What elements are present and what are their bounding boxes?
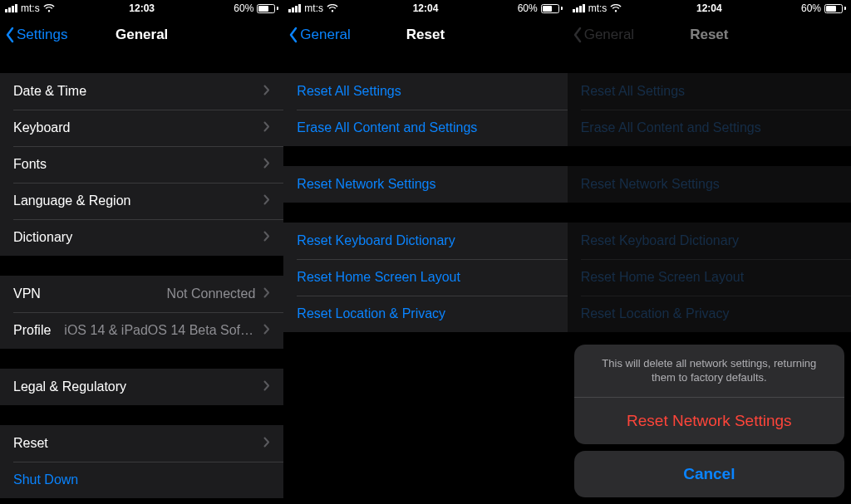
battery-percent: 60% — [518, 2, 538, 14]
row-reset-all-settings[interactable]: Reset All Settings — [283, 73, 567, 110]
screen-general: mt:s 12:03 60% Settings General Date & T… — [0, 0, 283, 504]
chevron-right-icon — [263, 436, 270, 451]
row-reset-home-screen[interactable]: Reset Home Screen Layout — [283, 259, 567, 296]
signal-icon — [288, 4, 301, 12]
row-reset-all-settings: Reset All Settings — [568, 73, 851, 110]
chevron-right-icon — [263, 323, 270, 338]
chevron-right-icon — [263, 286, 270, 301]
carrier-label: mt:s — [588, 2, 608, 14]
screen-reset-actionsheet: mt:s 12:04 60% General Reset Reset All S… — [568, 0, 851, 504]
page-title: General — [0, 27, 283, 43]
battery-icon — [541, 4, 563, 13]
signal-icon — [573, 4, 585, 12]
status-bar: mt:s 12:04 60% — [283, 0, 567, 17]
sheet-message: This will delete all network settings, r… — [574, 345, 844, 398]
battery-icon — [824, 4, 846, 13]
battery-percent: 60% — [234, 2, 253, 14]
row-reset-home-screen: Reset Home Screen Layout — [568, 259, 851, 296]
row-keyboard[interactable]: Keyboard — [0, 110, 283, 146]
row-dictionary[interactable]: Dictionary — [0, 219, 283, 256]
row-vpn[interactable]: VPNNot Connected — [0, 276, 283, 312]
chevron-right-icon — [263, 193, 270, 208]
profile-detail: iOS 14 & iPadOS 14 Beta Softwar... — [64, 323, 255, 338]
carrier-label: mt:s — [304, 2, 323, 14]
chevron-right-icon — [263, 157, 270, 172]
row-fonts[interactable]: Fonts — [0, 146, 283, 183]
row-reset-network: Reset Network Settings — [568, 166, 851, 203]
signal-icon — [5, 4, 17, 12]
settings-list: Date & Time Keyboard Fonts Language & Re… — [0, 73, 283, 498]
reset-list: Reset All Settings Erase All Content and… — [283, 73, 567, 332]
row-legal[interactable]: Legal & Regulatory — [0, 369, 283, 405]
page-title: Reset — [283, 27, 567, 43]
battery-percent: 60% — [801, 2, 821, 14]
carrier-label: mt:s — [21, 2, 40, 14]
nav-bar: Settings General — [0, 17, 283, 53]
status-bar: mt:s 12:03 60% — [0, 0, 283, 17]
row-shutdown[interactable]: Shut Down — [0, 462, 283, 498]
wifi-icon — [43, 4, 55, 12]
row-reset-keyboard-dict: Reset Keyboard Dictionary — [568, 223, 851, 259]
row-reset-network[interactable]: Reset Network Settings — [283, 166, 567, 203]
chevron-right-icon — [263, 84, 270, 99]
row-erase-all-content: Erase All Content and Settings — [568, 110, 851, 146]
row-profile[interactable]: ProfileiOS 14 & iPadOS 14 Beta Softwar..… — [0, 312, 283, 349]
row-reset-keyboard-dict[interactable]: Reset Keyboard Dictionary — [283, 223, 567, 259]
chevron-right-icon — [263, 230, 270, 245]
reset-list: Reset All Settings Erase All Content and… — [568, 73, 851, 332]
wifi-icon — [327, 4, 338, 12]
battery-icon — [257, 4, 278, 13]
action-sheet: This will delete all network settings, r… — [574, 345, 844, 497]
nav-bar: General Reset — [568, 17, 851, 53]
row-erase-all-content[interactable]: Erase All Content and Settings — [283, 110, 567, 146]
row-language-region[interactable]: Language & Region — [0, 183, 283, 219]
nav-bar: General Reset — [283, 17, 567, 53]
page-title: Reset — [568, 27, 851, 43]
chevron-right-icon — [263, 379, 270, 394]
row-reset[interactable]: Reset — [0, 425, 283, 462]
row-reset-location-privacy[interactable]: Reset Location & Privacy — [283, 296, 567, 332]
row-reset-location-privacy: Reset Location & Privacy — [568, 296, 851, 332]
vpn-status: Not Connected — [167, 286, 256, 301]
wifi-icon — [610, 4, 622, 12]
sheet-reset-network-button[interactable]: Reset Network Settings — [574, 398, 844, 444]
chevron-right-icon — [263, 120, 270, 135]
screen-reset: mt:s 12:04 60% General Reset Reset All S… — [283, 0, 567, 504]
row-date-time[interactable]: Date & Time — [0, 73, 283, 110]
sheet-cancel-button[interactable]: Cancel — [574, 451, 844, 497]
status-bar: mt:s 12:04 60% — [568, 0, 851, 17]
